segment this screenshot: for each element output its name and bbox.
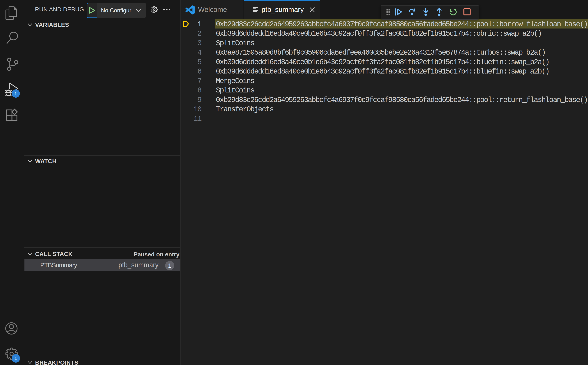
svg-text:1: 1 <box>14 356 17 361</box>
svg-text:1: 1 <box>14 91 17 96</box>
